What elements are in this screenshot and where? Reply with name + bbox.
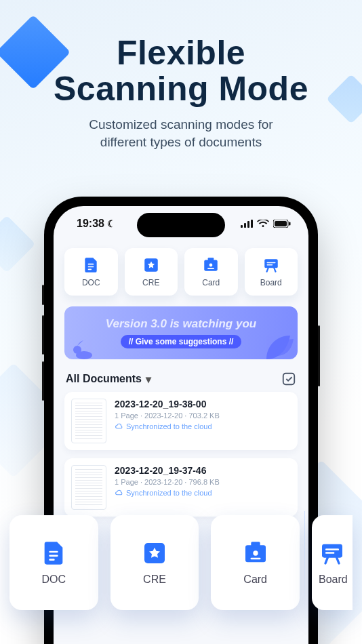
overlay-mode-card[interactable]: Card [211, 515, 300, 610]
svg-rect-26 [251, 542, 260, 547]
svg-point-27 [253, 550, 258, 555]
svg-rect-3 [251, 220, 253, 228]
svg-point-13 [209, 264, 213, 267]
mode-card-button[interactable]: Card [184, 248, 238, 296]
board-icon [262, 256, 280, 274]
svg-rect-29 [322, 544, 342, 558]
promo-banner[interactable]: Version 3.0 is watching you // Give some… [64, 306, 298, 359]
mode-doc-button[interactable]: DOC [64, 248, 118, 296]
svg-rect-30 [325, 548, 339, 550]
mode-overlay-callout: DOC CRE Card Board [0, 515, 362, 610]
svg-rect-7 [88, 264, 94, 265]
banner-cta: // Give some suggestions // [121, 335, 242, 348]
board-icon [319, 540, 346, 567]
mode-label: Board [319, 573, 348, 586]
cre-icon [142, 256, 160, 274]
svg-rect-14 [207, 268, 214, 269]
cre-icon [141, 540, 168, 567]
card-icon [202, 256, 220, 274]
do-not-disturb-icon: ☾ [107, 218, 116, 229]
mode-label: DOC [82, 278, 100, 287]
document-meta: 1 Page · 2023-12-20 · 796.8 KB [115, 478, 220, 486]
cloud-icon [115, 488, 123, 497]
svg-rect-12 [208, 258, 214, 261]
svg-rect-20 [283, 374, 295, 385]
mode-label: Card [202, 278, 220, 287]
mode-label: Card [243, 573, 267, 586]
svg-rect-5 [275, 221, 287, 226]
documents-filter-dropdown[interactable]: All Documents ▾ [66, 373, 151, 386]
cellular-signal-icon [241, 220, 253, 228]
hero-subtitle: Customized scanning modes for different … [0, 116, 362, 150]
document-name: 2023-12-20_19-38-00 [115, 399, 220, 409]
card-icon [242, 540, 269, 567]
scan-mode-row: DOC CRE Card Board [54, 241, 308, 296]
mode-label: DOC [42, 573, 66, 586]
svg-rect-22 [49, 555, 58, 557]
hero-title: Flexible Scanning Mode [0, 35, 362, 106]
battery-icon [273, 220, 291, 228]
select-mode-button[interactable] [281, 371, 296, 386]
mode-label: CRE [142, 278, 159, 287]
sync-status: Synchronized to the cloud [115, 422, 220, 430]
svg-rect-8 [88, 266, 94, 268]
banner-title: Version 3.0 is watching you [106, 317, 256, 331]
document-thumbnail [71, 399, 106, 443]
mode-label: Board [260, 278, 282, 287]
list-item[interactable]: 2023-12-20_19-38-00 1 Page · 2023-12-20 … [64, 392, 298, 450]
svg-rect-21 [49, 551, 58, 553]
svg-rect-6 [289, 222, 291, 226]
mode-label: CRE [143, 573, 166, 586]
documents-section-header: All Documents ▾ [54, 359, 308, 392]
svg-rect-16 [266, 262, 275, 264]
svg-point-19 [76, 351, 92, 359]
document-name: 2023-12-20_19-37-46 [115, 465, 220, 476]
sync-status: Synchronized to the cloud [115, 488, 220, 497]
svg-rect-2 [247, 221, 249, 228]
svg-rect-1 [244, 223, 246, 228]
svg-rect-23 [49, 559, 55, 561]
chevron-down-icon: ▾ [146, 373, 151, 386]
svg-rect-17 [266, 264, 273, 266]
document-list: 2023-12-20_19-38-00 1 Page · 2023-12-20 … [54, 392, 308, 517]
svg-rect-31 [325, 552, 334, 554]
overlay-mode-doc[interactable]: DOC [9, 515, 98, 610]
document-thumbnail [71, 465, 106, 510]
mode-board-button[interactable]: Board [245, 248, 298, 296]
status-time: 19:38 [77, 218, 104, 230]
doc-icon [82, 256, 100, 274]
banner-leaf-icon [253, 319, 298, 359]
document-meta: 1 Page · 2023-12-20 · 703.2 KB [115, 411, 220, 420]
wifi-icon [257, 220, 269, 228]
mode-cre-button[interactable]: CRE [125, 248, 178, 296]
doc-icon [40, 540, 67, 567]
cloud-icon [115, 422, 123, 430]
list-item[interactable]: 2023-12-20_19-37-46 1 Page · 2023-12-20 … [64, 458, 298, 517]
overlay-mode-cre[interactable]: CRE [110, 515, 199, 610]
svg-rect-15 [264, 259, 278, 268]
overlay-mode-board[interactable]: Board [312, 515, 353, 610]
dynamic-island [137, 213, 225, 237]
svg-rect-9 [88, 268, 92, 270]
svg-rect-0 [241, 225, 243, 228]
svg-rect-28 [250, 558, 260, 560]
hero-section: Flexible Scanning Mode Customized scanni… [0, 0, 362, 150]
banner-flower-icon [67, 329, 101, 359]
